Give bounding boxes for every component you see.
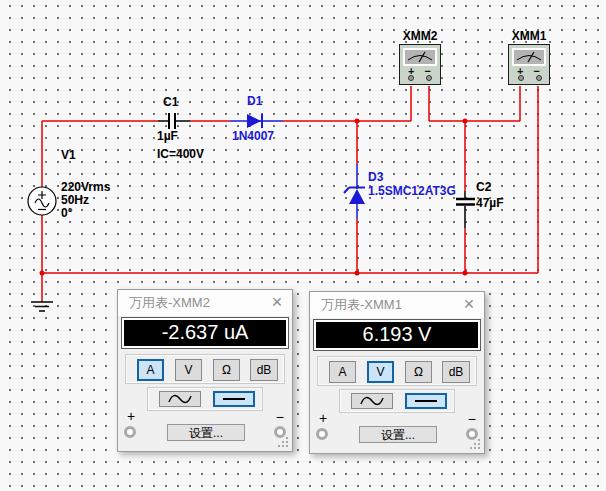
label-c2-ref: C2 [476,180,491,194]
wire-top-net[interactable] [42,86,538,302]
window-titlebar[interactable]: 万用表-XMM1 [310,292,484,318]
label-v1-phase: 0° [61,206,72,220]
label-v1-freq: 50Hz [61,193,89,207]
capacitor-c2-symbol[interactable] [456,191,475,228]
ampere-mode-button[interactable]: A [137,359,164,381]
dc-line-icon [223,398,245,400]
label-xmm2: XMM2 [399,29,441,43]
db-mode-button[interactable]: dB [250,359,278,381]
multimeter-icon-xmm1[interactable]: + − [508,44,550,85]
label-c1-value: 1µF [157,129,178,143]
sine-wave-icon [167,393,193,405]
label-d1-value: 1N4007 [232,129,274,143]
volt-mode-button[interactable]: V [175,359,202,381]
label-v1-voltage: 220Vrms [61,180,110,194]
reading-display: 6.193 V [313,319,481,351]
ac-source-symbol[interactable] [28,187,56,215]
resize-grip[interactable] [286,445,288,447]
close-icon[interactable]: × [267,292,287,313]
label-v1-ref: V1 [61,148,76,162]
ampere-mode-button[interactable]: A [329,361,356,383]
multisim-schematic-canvas: V1 220Vrms 50Hz 0° C1 1µF IC=400V D1 1N4… [0,0,606,491]
label-d3-value: 1.5SMC12AT3G [368,184,456,198]
reading-value: 6.193 V [316,322,478,348]
ac-wave-button[interactable] [351,393,393,409]
meter-dial-icon [403,48,437,66]
db-mode-button[interactable]: dB [442,361,470,383]
plus-terminal-label: + [127,408,135,424]
meter-dial-icon [512,48,546,66]
label-d1-ref: D1 [247,94,262,108]
dc-wave-button[interactable] [405,393,447,409]
ac-wave-button[interactable] [159,391,201,407]
tvs-diode-d3-symbol[interactable] [344,164,365,219]
minus-terminal-jack [274,426,286,438]
capacitor-c1-symbol[interactable] [158,113,190,129]
minus-terminal-jack [466,428,478,440]
settings-button[interactable]: 设置... [359,426,437,443]
plus-terminal-jack [316,428,328,440]
plus-terminal-label: + [319,410,327,426]
plus-terminal-jack [124,426,136,438]
window-titlebar[interactable]: 万用表-XMM2 [118,290,292,316]
resize-grip[interactable] [478,447,480,449]
multimeter-icon-xmm2[interactable]: + − [399,44,441,85]
minus-terminal-label: − [468,411,476,427]
multimeter-window-xmm1: 万用表-XMM1 × 6.193 V A V Ω dB + − 设置... [309,291,485,454]
label-c1-ic: IC=400V [157,147,204,161]
label-c1-ref: C1 [163,95,178,109]
label-d3-ref: D3 [368,170,383,184]
ground-symbol[interactable] [31,302,53,311]
multimeter-window-xmm2: 万用表-XMM2 × -2.637 uA A V Ω dB + − 设置... [117,289,293,452]
sine-wave-icon [359,395,385,407]
dc-wave-button[interactable] [213,391,255,407]
volt-mode-button[interactable]: V [367,361,394,383]
ohm-mode-button[interactable]: Ω [213,359,240,381]
plus-terminal-pin[interactable] [408,75,414,81]
diode-d1-symbol[interactable] [230,114,283,128]
reading-value: -2.637 uA [124,320,286,346]
close-icon[interactable]: × [459,294,479,315]
minus-terminal-pin[interactable] [426,75,432,81]
plus-terminal-pin[interactable] [518,75,524,81]
label-xmm1: XMM1 [508,29,550,43]
reading-display: -2.637 uA [121,317,289,349]
dc-line-icon [415,400,437,402]
ohm-mode-button[interactable]: Ω [405,361,432,383]
minus-terminal-pin[interactable] [536,75,542,81]
minus-terminal-label: − [276,409,284,425]
settings-button[interactable]: 设置... [167,424,245,441]
label-c2-value: 47µF [476,196,504,210]
